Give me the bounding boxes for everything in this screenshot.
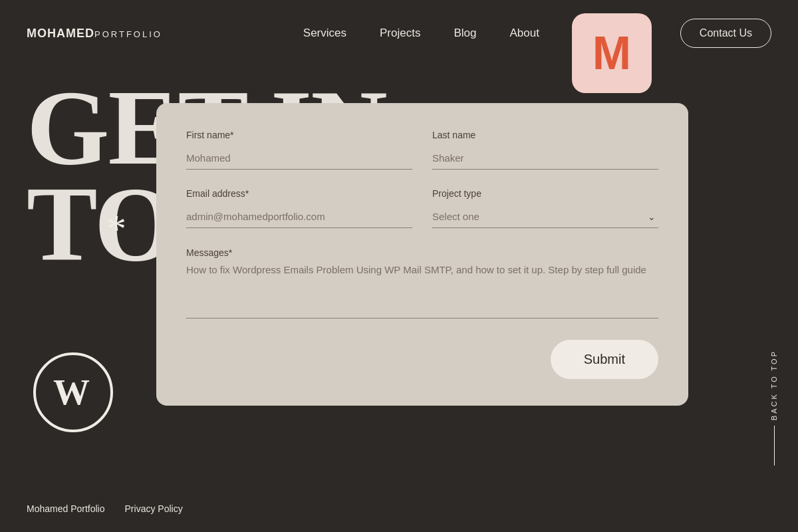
svg-text:W: W: [53, 372, 90, 408]
first-name-label: First name*: [186, 130, 412, 140]
footer: Mohamed Portfolio Privacy Policy: [0, 485, 798, 532]
messages-group: Messages*: [186, 247, 658, 321]
nav-item-services[interactable]: Services: [303, 27, 346, 40]
project-type-select-wrapper: Select one Web Design Development Consul…: [432, 205, 658, 228]
back-to-top[interactable]: BACK TO TOP: [770, 350, 778, 466]
nav-links: Services Projects Blog About: [303, 27, 539, 40]
navbar: MOHAMEDPORTFOLIO Services Projects Blog …: [0, 0, 798, 66]
first-name-input[interactable]: [186, 147, 412, 170]
email-group: Email address*: [186, 188, 412, 228]
nav-item-projects[interactable]: Projects: [380, 27, 420, 40]
email-input[interactable]: [186, 205, 412, 228]
footer-privacy-link[interactable]: Privacy Policy: [125, 503, 183, 514]
last-name-group: Last name: [432, 130, 658, 170]
nav-item-blog[interactable]: Blog: [454, 27, 476, 40]
wp-letter: W: [50, 371, 96, 414]
project-type-label: Project type: [432, 188, 658, 199]
form-row-1: First name* Last name: [186, 130, 658, 170]
logo[interactable]: MOHAMEDPORTFOLIO: [27, 27, 162, 41]
logo-bold: MOHAMED: [27, 27, 94, 40]
wp-logo: W: [33, 352, 113, 432]
footer-brand-link[interactable]: Mohamed Portfolio: [27, 503, 105, 514]
wp-circle: W: [33, 352, 113, 432]
email-label: Email address*: [186, 188, 412, 199]
m-logo-letter: M: [593, 30, 631, 76]
contact-form: First name* Last name Email address* Pro…: [156, 103, 688, 406]
asterisk-decoration: *: [106, 206, 126, 252]
logo-light: PORTFOLIO: [94, 29, 162, 39]
form-bottom-row: Submit: [186, 340, 658, 379]
form-row-2: Email address* Project type Select one W…: [186, 188, 658, 228]
last-name-input[interactable]: [432, 147, 658, 170]
project-type-select[interactable]: Select one Web Design Development Consul…: [432, 205, 658, 227]
messages-label: Messages*: [186, 247, 232, 258]
submit-button[interactable]: Submit: [551, 340, 658, 379]
contact-button[interactable]: Contact Us: [680, 19, 771, 48]
last-name-label: Last name: [432, 130, 658, 140]
back-to-top-text: BACK TO TOP: [770, 350, 778, 420]
nav-item-about[interactable]: About: [509, 27, 539, 40]
messages-textarea[interactable]: [186, 259, 658, 319]
first-name-group: First name*: [186, 130, 412, 170]
project-type-group: Project type Select one Web Design Devel…: [432, 188, 658, 228]
m-logo-box: M: [572, 13, 652, 93]
back-to-top-line: [774, 426, 775, 466]
